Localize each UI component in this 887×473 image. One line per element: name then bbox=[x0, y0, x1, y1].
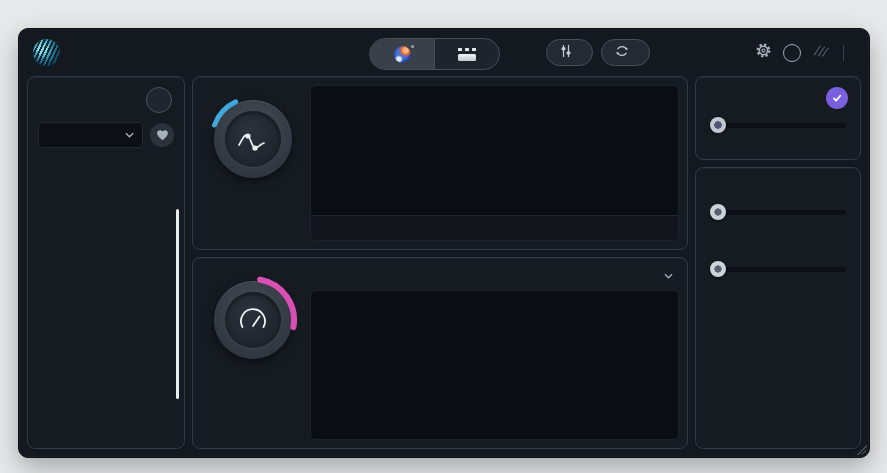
loudness-waveform-svg bbox=[311, 291, 678, 439]
vocal-level-handle[interactable] bbox=[710, 117, 726, 133]
gauge-icon bbox=[233, 300, 273, 340]
stabilizer-handle[interactable] bbox=[710, 261, 726, 277]
stabilizer-slider[interactable] bbox=[710, 261, 846, 277]
loudness-visualizer bbox=[310, 290, 679, 440]
chevron-down-icon bbox=[664, 273, 673, 279]
equalizer-knob[interactable] bbox=[214, 100, 292, 178]
assistant-view-tab[interactable] bbox=[370, 39, 434, 69]
refresh-icon bbox=[615, 44, 629, 61]
detailed-view-tab[interactable] bbox=[434, 39, 499, 69]
assistant-sphere-icon bbox=[394, 46, 411, 63]
help-icon[interactable] bbox=[783, 44, 801, 62]
gear-icon[interactable] bbox=[755, 42, 772, 63]
heart-icon bbox=[156, 129, 169, 141]
resize-handle[interactable] bbox=[857, 445, 867, 455]
bypass-button[interactable] bbox=[546, 39, 593, 66]
desktop-background bbox=[0, 0, 887, 473]
top-bar bbox=[19, 29, 869, 76]
tonal-balance-panel bbox=[192, 76, 688, 250]
fader-icon bbox=[560, 44, 572, 61]
extras-panel bbox=[695, 167, 861, 449]
output-level-dropdown[interactable] bbox=[310, 266, 679, 290]
vocal-balance-enabled-checkbox[interactable] bbox=[826, 87, 848, 109]
target-panel bbox=[27, 76, 185, 449]
favorites-filter-button[interactable] bbox=[150, 123, 174, 147]
target-list bbox=[36, 157, 176, 440]
add-target-button[interactable] bbox=[146, 87, 172, 113]
transport-buttons bbox=[546, 39, 650, 66]
header-icons bbox=[755, 29, 855, 76]
check-icon bbox=[831, 92, 843, 104]
scrollbar[interactable] bbox=[176, 209, 179, 399]
izotope-logo-icon bbox=[812, 43, 832, 62]
vocal-balance-panel bbox=[695, 76, 861, 160]
maximizer-knob[interactable] bbox=[214, 281, 292, 359]
brand bbox=[33, 39, 69, 66]
tonal-spectrum-svg bbox=[311, 86, 678, 215]
target-filter-dropdown[interactable] bbox=[38, 122, 143, 148]
loudness-panel bbox=[192, 257, 688, 449]
tonal-balance-title bbox=[201, 85, 209, 88]
chevron-down-icon bbox=[125, 132, 134, 138]
ozone-logo-icon bbox=[33, 39, 60, 66]
ozone-plugin-window bbox=[18, 28, 870, 458]
view-toggle bbox=[369, 38, 500, 70]
relearn-button[interactable] bbox=[601, 39, 650, 66]
band-label-row bbox=[311, 215, 678, 240]
width-match-handle[interactable] bbox=[710, 204, 726, 220]
content-area bbox=[27, 76, 861, 449]
divider bbox=[843, 45, 844, 61]
width-match-slider[interactable] bbox=[710, 204, 846, 220]
vocal-level-slider[interactable] bbox=[710, 117, 846, 133]
tonal-balance-visualizer bbox=[310, 85, 679, 241]
eq-curve-icon bbox=[233, 119, 273, 159]
modules-view-icon bbox=[458, 48, 477, 61]
